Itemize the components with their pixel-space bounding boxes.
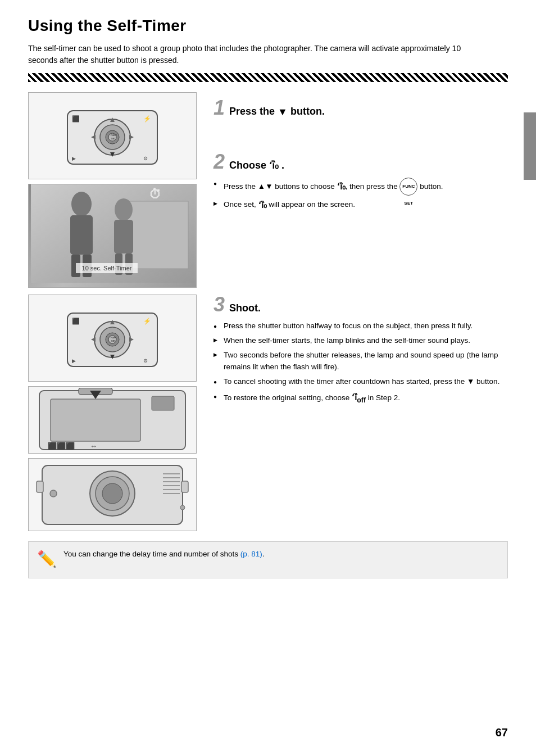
svg-text:⬛: ⬛ [72,115,80,123]
camera-top-diagram-1: FUNC SET ⬛ ⚡ ▶ ⚙ [28,92,197,179]
step-3-section: 3 Shoot. Press the shutter button halfwa… [214,295,508,406]
step-2-number: 2 [214,152,225,172]
camera-top-svg-1: FUNC SET ⬛ ⚡ ▶ ⚙ [56,99,169,173]
camera-back-diagram: ⬛⬛⬛ ↔ [28,386,197,454]
svg-point-62 [50,490,57,497]
step-1-suffix: button. [290,106,325,117]
page-number: 67 [496,726,508,739]
svg-text:⬛⬛⬛: ⬛⬛⬛ [48,441,75,451]
svg-point-17 [71,192,92,216]
step-3-bullet-4: To cancel shooting with the timer after … [214,376,508,388]
photo-scene-diagram: ⏱ 10 sec. Self-Timer [28,184,197,288]
intro-text: The self-timer can be used to shoot a gr… [28,43,489,66]
svg-text:SET: SET [111,137,116,140]
step-2-header: 2 Choose ʻȉ₀ . [214,152,508,172]
svg-point-21 [115,198,133,221]
camera-side-svg [34,460,191,530]
note-box: ✏️ You can change the delay time and num… [28,541,508,578]
svg-rect-46 [51,399,140,441]
note-link[interactable]: (p. 81) [240,550,262,558]
scene-svg: ⏱ 10 sec. Self-Timer [31,184,194,283]
step-3-header: 3 Shoot. [214,295,508,315]
step-3-left-col: FUNC SET ⬛ ⚡ ▶ ⚙ [28,295,202,531]
camera-side-diagram [28,458,197,531]
note-text: You can change the delay time and number… [63,549,265,560]
svg-text:FUNC: FUNC [111,336,117,339]
camera-back-svg: ⬛⬛⬛ ↔ [34,388,191,452]
step-2-section: 2 Choose ʻȉ₀ . Press the ▲▼ buttons to c… [214,152,508,211]
scene-image: ⏱ 10 sec. Self-Timer [29,184,196,287]
right-tab [524,112,536,180]
func-set-button-icon: FUNCSET [399,178,417,196]
svg-text:⚡: ⚡ [143,115,151,123]
svg-text:⬛: ⬛ [72,317,80,325]
svg-rect-47 [152,396,174,410]
svg-text:⚙: ⚙ [143,156,148,161]
step-2-title: Choose ʻȉ₀ . [229,160,284,171]
step-2-bullet-1: Press the ▲▼ buttons to choose ʻȉ₀, then… [214,178,508,196]
svg-text:▶: ▶ [72,358,76,364]
stripe-bar [28,73,508,82]
step-3-number: 3 [214,295,225,315]
camera-top-diagram-2: FUNC SET ⬛ ⚡ ▶ ⚙ [28,295,197,382]
svg-text:SET: SET [111,339,116,342]
svg-text:⚡: ⚡ [143,317,151,325]
svg-text:⚙: ⚙ [143,358,148,364]
step-1-number: 1 [214,98,225,118]
step-3-bullet-2: When the self-timer starts, the lamp bli… [214,335,508,347]
step-3-bullet-5: To restore the original setting, choose … [214,391,508,406]
step-2-bullets: Press the ▲▼ buttons to choose ʻȉ₀, then… [214,178,508,211]
svg-text:⏱: ⏱ [149,187,161,201]
step-3-title: Shoot. [229,302,261,314]
page-title: Using the Self-Timer [28,17,508,35]
step-3-right-col: 3 Shoot. Press the shutter button halfwa… [214,295,508,531]
steps-1-2-right: 1 Press the ▼ button. 2 Choose ʻȉ₀ . [214,92,508,288]
camera-top-svg-2: FUNC SET ⬛ ⚡ ▶ ⚙ [56,302,169,375]
svg-point-53 [102,483,122,504]
step-2-prefix: Choose [229,160,269,171]
step-3-bullet-1: Press the shutter button halfway to focu… [214,320,508,332]
svg-text:FUNC: FUNC [111,134,117,137]
svg-rect-55 [181,481,188,492]
step-1-prefix: Press the [229,106,275,117]
note-icon: ✏️ [37,547,57,571]
step-3-area: FUNC SET ⬛ ⚡ ▶ ⚙ [28,295,508,531]
step-1-header: 1 Press the ▼ button. [214,98,508,118]
step-1-section: 1 Press the ▼ button. [214,98,508,118]
step-1-symbol: ▼ [278,106,290,117]
svg-rect-54 [37,481,43,492]
step-3-bullets: Press the shutter button halfway to focu… [214,320,508,406]
step-2-symbol: ʻȉ₀ [269,160,279,171]
step-1-title: Press the ▼ button. [229,106,325,118]
svg-text:10 sec. Self-Timer: 10 sec. Self-Timer [82,265,132,271]
svg-rect-18 [70,215,93,255]
svg-text:▶: ▶ [72,156,76,161]
svg-text:↔: ↔ [90,442,97,450]
step-3-bullet-3: Two seconds before the shutter releases,… [214,350,508,373]
svg-rect-22 [114,220,133,253]
svg-point-63 [180,505,185,510]
step-2-bullet-2: Once set, ʻȉ₀ will appear on the screen. [214,198,508,211]
step-2-period: . [281,160,284,171]
